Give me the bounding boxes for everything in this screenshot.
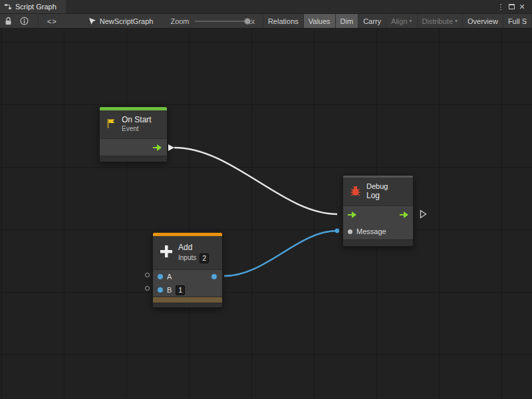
input-port-a[interactable]	[158, 274, 163, 279]
output-port-sum[interactable]	[211, 274, 217, 279]
flow-output-port[interactable]	[400, 211, 408, 218]
script-graph-icon	[4, 3, 12, 11]
window-controls: ⋮ ✕	[495, 3, 532, 11]
toolbar-button-overview[interactable]: Overview	[462, 14, 503, 28]
info-icon[interactable]	[20, 17, 29, 25]
graph-breadcrumb[interactable]: NewScriptGraph	[100, 17, 154, 25]
bug-icon	[349, 184, 362, 200]
toolbar-button-fullscreen[interactable]: Full S	[503, 14, 532, 28]
flow-input-port[interactable]	[348, 211, 356, 218]
port-label-a: A	[167, 273, 172, 281]
plus-icon	[159, 244, 174, 261]
graph-asset-icon	[88, 17, 96, 25]
toolbar-button-values[interactable]: Values	[303, 14, 335, 28]
inputs-label: Inputs	[178, 254, 196, 263]
node-title: On Start	[122, 115, 152, 125]
node-footer-accent	[153, 297, 222, 303]
wire-layer	[0, 29, 532, 399]
node-subtitle: Event	[122, 125, 152, 134]
port-label-b: B	[167, 286, 172, 294]
node-debug-log[interactable]: Debug Log Message	[342, 175, 414, 247]
tab-title: Script Graph	[15, 3, 57, 11]
port-label-message: Message	[356, 227, 386, 235]
maximize-icon[interactable]	[506, 3, 517, 11]
unconnected-value-indicator-b[interactable]	[145, 286, 150, 291]
inputs-count-field[interactable]: 2	[200, 253, 209, 263]
unconnected-value-indicator-a[interactable]	[145, 273, 150, 277]
toolbar-button-dim[interactable]: Dim	[335, 14, 358, 28]
zoom-slider[interactable]	[195, 13, 244, 29]
wire-add-to-message[interactable]	[224, 231, 337, 276]
connection-start-nub	[168, 144, 174, 151]
wire-onstart-to-log[interactable]	[174, 148, 337, 214]
node-title: Debug	[366, 182, 388, 192]
zoom-label: Zoom	[170, 17, 189, 25]
node-subtitle: Log	[366, 191, 388, 201]
wire-endpoint-dot	[335, 229, 340, 233]
flag-icon	[106, 118, 117, 132]
edit-source-icon[interactable]: <>	[44, 16, 61, 27]
toolbar-button-relations[interactable]: Relations	[263, 14, 303, 28]
toolbar-button-align[interactable]: Align ▾	[386, 14, 416, 28]
toolbar-button-distribute[interactable]: Distribute ▾	[417, 14, 462, 28]
toolbar-separator	[38, 16, 39, 26]
flow-output-port[interactable]	[153, 144, 162, 151]
unconnected-flow-indicator[interactable]	[420, 209, 427, 221]
toolbar-button-carry[interactable]: Carry	[358, 14, 386, 28]
chevron-down-icon: ▾	[410, 18, 412, 24]
lock-icon[interactable]	[5, 17, 12, 25]
zoom-slider-handle[interactable]	[244, 18, 251, 25]
node-title: Add	[178, 243, 209, 253]
window-menu-icon[interactable]: ⋮	[495, 3, 506, 11]
port-b-value-field[interactable]: 1	[176, 285, 185, 295]
tab-script-graph[interactable]: Script Graph	[0, 0, 66, 13]
graph-canvas[interactable]: On Start Event	[0, 29, 532, 399]
chevron-down-icon: ▾	[455, 18, 458, 24]
message-input-port[interactable]	[348, 229, 352, 234]
toolbar-buttons: Relations Values Dim Carry Align ▾ Distr…	[263, 14, 532, 28]
close-icon[interactable]: ✕	[517, 3, 527, 11]
node-add[interactable]: Add Inputs 2 A B 1	[152, 232, 223, 308]
window-titlebar: Script Graph ⋮ ✕	[0, 0, 532, 13]
node-on-start[interactable]: On Start Event	[99, 106, 168, 162]
graph-toolbar: <> NewScriptGraph Zoom 1x Relations Valu…	[0, 13, 532, 29]
input-port-b[interactable]	[158, 287, 163, 293]
